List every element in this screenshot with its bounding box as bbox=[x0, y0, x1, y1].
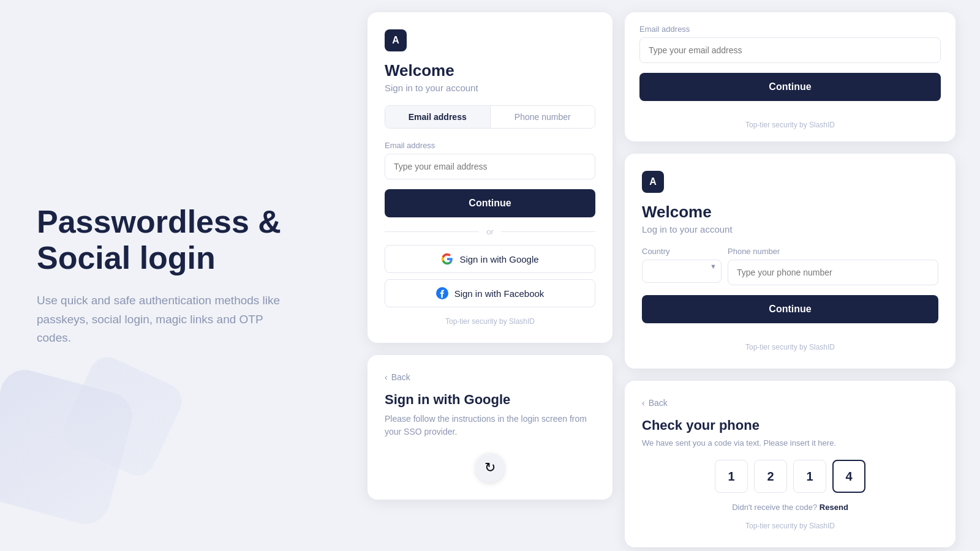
continue-button-right-email[interactable]: Continue bbox=[639, 73, 941, 101]
right-area: Email address Continue Top-tier security… bbox=[625, 0, 980, 551]
right-phone-card: A Welcome Log in to your account Country… bbox=[625, 154, 956, 369]
email-input[interactable] bbox=[385, 154, 595, 179]
country-label: Country bbox=[642, 247, 722, 256]
otp-digit-4[interactable] bbox=[832, 460, 865, 493]
check-phone-subtitle: We have sent you a code via text. Please… bbox=[642, 438, 938, 448]
main-welcome-subtitle: Sign in to your account bbox=[385, 83, 595, 93]
continue-button-main[interactable]: Continue bbox=[385, 189, 595, 217]
phone-input-group: Phone number bbox=[728, 247, 938, 285]
back-chevron-icon: ‹ bbox=[385, 372, 388, 382]
app-icon-phone: A bbox=[642, 171, 664, 193]
hero-section: Passwordless & Social login Use quick an… bbox=[0, 0, 355, 551]
facebook-signin-label: Sign in with Facebook bbox=[454, 288, 545, 299]
otp-digit-1[interactable] bbox=[715, 460, 748, 493]
center-area: A Welcome Sign in to your account Email … bbox=[355, 0, 625, 551]
right-email-input[interactable] bbox=[639, 37, 941, 63]
otp-digit-2[interactable] bbox=[754, 460, 787, 493]
email-label: Email address bbox=[385, 141, 595, 150]
resend-text: Didn't receive the code? bbox=[732, 503, 817, 512]
country-select[interactable]: 🇺🇸 +1 🇬🇧 +44 bbox=[642, 260, 722, 283]
sso-subtitle: Please follow the instructions in the lo… bbox=[385, 413, 595, 438]
otp-row bbox=[642, 460, 938, 493]
phone-row: Country 🇺🇸 +1 🇬🇧 +44 ▼ Phone number bbox=[642, 247, 938, 285]
spinner-container: ↻ bbox=[385, 453, 595, 482]
spinner-icon: ↻ bbox=[484, 460, 496, 476]
page-wrapper: Passwordless & Social login Use quick an… bbox=[0, 0, 980, 551]
right-email-form-group: Email address bbox=[639, 24, 941, 63]
country-select-wrapper: Country 🇺🇸 +1 🇬🇧 +44 ▼ bbox=[642, 247, 722, 285]
main-welcome-title: Welcome bbox=[385, 61, 595, 80]
hero-title: Passwordless & Social login bbox=[37, 204, 318, 277]
resend-row: Didn't receive the code? Resend bbox=[642, 503, 938, 512]
security-footer-right-email: Top-tier security by SlashID bbox=[639, 121, 941, 129]
phone-label: Phone number bbox=[728, 247, 938, 256]
security-footer-phone: Top-tier security by SlashID bbox=[642, 343, 938, 351]
hero-subtitle: Use quick and safe authentication method… bbox=[37, 291, 282, 347]
continue-button-phone[interactable]: Continue bbox=[642, 295, 938, 323]
tab-switcher: Email address Phone number bbox=[385, 105, 595, 129]
phone-welcome-subtitle: Log in to your account bbox=[642, 224, 938, 234]
right-email-card: Email address Continue Top-tier security… bbox=[625, 12, 956, 141]
loading-spinner: ↻ bbox=[475, 453, 505, 482]
google-icon bbox=[441, 253, 453, 265]
main-login-card: A Welcome Sign in to your account Email … bbox=[368, 12, 612, 343]
app-icon-main: A bbox=[385, 29, 407, 51]
tab-phone[interactable]: Phone number bbox=[491, 106, 595, 128]
security-footer-main: Top-tier security by SlashID bbox=[385, 317, 595, 326]
back-label-otp: Back bbox=[649, 398, 668, 408]
phone-welcome-title: Welcome bbox=[642, 203, 938, 222]
facebook-signin-button[interactable]: Sign in with Facebook bbox=[385, 279, 595, 307]
divider-or: or bbox=[385, 227, 595, 236]
back-chevron-icon-otp: ‹ bbox=[642, 398, 645, 408]
email-form-group: Email address bbox=[385, 141, 595, 179]
otp-card: ‹ Back Check your phone We have sent you… bbox=[625, 381, 956, 547]
back-button-otp[interactable]: ‹ Back bbox=[642, 398, 668, 408]
back-button-sso[interactable]: ‹ Back bbox=[385, 372, 410, 382]
sso-card: ‹ Back Sign in with Google Please follow… bbox=[368, 355, 612, 500]
back-label-sso: Back bbox=[391, 372, 410, 382]
resend-link[interactable]: Resend bbox=[820, 503, 848, 512]
check-phone-title: Check your phone bbox=[642, 418, 938, 433]
phone-input[interactable] bbox=[728, 260, 938, 285]
sso-title: Sign in with Google bbox=[385, 392, 595, 408]
otp-digit-3[interactable] bbox=[793, 460, 826, 493]
right-email-label: Email address bbox=[639, 24, 941, 34]
security-footer-otp: Top-tier security by SlashID bbox=[642, 522, 938, 530]
google-signin-button[interactable]: Sign in with Google bbox=[385, 245, 595, 273]
tab-email[interactable]: Email address bbox=[385, 106, 490, 128]
facebook-icon bbox=[436, 287, 448, 299]
google-signin-label: Sign in with Google bbox=[459, 254, 538, 264]
